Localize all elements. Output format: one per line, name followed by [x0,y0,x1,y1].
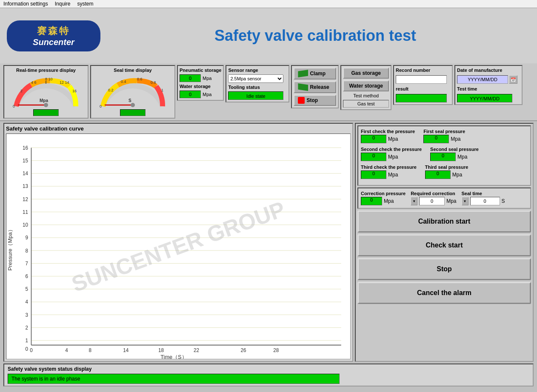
status-bar: Safety valve system status display The s… [3,364,534,386]
svg-text:1: 1 [26,338,28,343]
second-check-label: Second check the pressure [361,147,422,152]
svg-text:16: 16 [72,89,77,93]
stop-button-right[interactable]: Stop [357,258,531,280]
svg-text:12 14: 12 14 [60,80,69,85]
record-box: Record number result [393,65,453,105]
logo-area: 赛森特 Suncenter [7,20,100,51]
pressure-section: First check the pressure 0 Mpa First sea… [357,125,531,186]
svg-text:7: 7 [26,261,28,266]
seal-time-value-row: 0 [93,109,173,116]
first-check-value-row: 0 Mpa [361,135,398,143]
second-seal-unit: Mpa [457,154,467,160]
water-value-row: Mpa [180,91,221,98]
svg-text:0: 0 [26,346,29,351]
first-seal-unit: Mpa [451,136,460,142]
first-check-value: 0 [361,135,386,143]
water-storage-value[interactable] [180,91,201,98]
svg-text:0: 0 [100,104,102,108]
main-area: Safety valve calibration curve SUNCENTER… [0,121,537,364]
second-pressure-row: Second check the pressure 0 Mpa Second s… [361,147,528,161]
date-manufacture-calendar-btn[interactable]: 📅 [509,75,517,84]
correction-pressure-row: 0 Mpa [361,197,406,205]
third-check-value-row: 0 Mpa [361,170,398,179]
svg-text:18: 18 [158,347,164,353]
first-seal-label: First seal pressure [423,129,465,134]
pressure-gauge-svg: 0 2 4 6 8 10 12 14 16 Mpa [8,74,84,108]
svg-text:26: 26 [241,347,246,353]
svg-text:16: 16 [23,145,28,151]
release-button[interactable]: Release [294,81,336,93]
svg-text:22: 22 [194,347,199,353]
second-seal-value-row: 0 Mpa [430,153,467,161]
sensor-box: Sensor range 2.5Mpa sensor Tooling statu… [226,65,289,102]
pneumatic-value[interactable] [180,74,201,82]
status-value: The system is in an idle phase [8,374,340,384]
svg-text:13: 13 [23,183,28,189]
title-area: Safety valve calibration test [100,27,530,45]
calibration-start-button[interactable]: Calibration start [357,210,531,233]
svg-point-2 [44,103,48,107]
seal-time-gauge-svg: 0 0.2 0.4 0.6 0.8 1 S [94,74,171,108]
seal-time-unit: S [502,198,505,204]
logo-box: 赛森特 Suncenter [7,20,100,51]
required-correction-spinner-down[interactable]: ▼ [411,197,417,205]
third-seal-value: 0 [425,170,451,179]
stop-icon [298,97,305,104]
pneumatic-row: Pneumatic storage [180,68,221,73]
third-check-item: Third check the pressure 0 Mpa [361,165,417,179]
svg-text:2: 2 [20,89,23,93]
pneumatic-unit: Mpa [203,76,211,81]
second-check-value: 0 [361,153,386,161]
realtime-value-row: 0 [6,109,86,116]
svg-text:0.6: 0.6 [137,77,143,81]
seal-time-spinner-down[interactable]: ▼ [462,197,468,205]
water-row: Water storage [180,84,221,89]
cancel-alarm-button[interactable]: Cancel the alarm [357,282,531,304]
realtime-pressure-label: Real-time pressure display [6,68,86,73]
third-pressure-row: Third check the pressure 0 Mpa Third sea… [361,165,528,179]
pneumatic-value-row: Mpa [180,74,221,82]
stop-button-controls[interactable]: Stop [294,95,336,106]
correction-pressure-value: 0 [361,197,382,205]
water-storage-button[interactable]: Water storage [343,80,389,91]
pneumatic-label: Pneumatic storage [180,68,221,73]
third-seal-item: Third seal pressure 0 Mpa [425,165,468,179]
result-label: result [396,86,450,91]
second-seal-label: Second seal pressure [430,147,479,152]
clamp-label: Clamp [310,71,326,77]
svg-text:6: 6 [26,273,29,279]
chart-title: Safety valve calibration curve [6,125,351,132]
first-pressure-row: First check the pressure 0 Mpa First sea… [361,129,528,143]
realtime-pressure-value: 0 [33,109,59,116]
release-icon [298,83,308,91]
first-seal-item: First seal pressure 0 Mpa [423,129,465,143]
menu-system[interactable]: system [77,1,93,7]
check-start-button[interactable]: Check start [357,234,531,256]
clamp-button[interactable]: Clamp [294,68,336,80]
third-check-label: Third check the pressure [361,165,417,170]
chart-wrap: SUNCENTER GROUP [6,134,351,359]
page-title: Safety valve calibration test [100,27,530,45]
menu-inquire[interactable]: Inquire [55,1,71,7]
seal-time-corr-label: Seal time [462,191,505,196]
svg-text:5: 5 [26,286,29,292]
record-number-input[interactable] [396,75,447,84]
logo-chinese: 赛森特 [15,25,92,37]
svg-text:8: 8 [89,347,91,353]
seal-time-input[interactable] [470,197,500,205]
required-correction-row: ▼ Mpa [411,197,456,205]
chart-container: Safety valve calibration curve SUNCENTER… [3,123,353,362]
date-box: Date of manufacture 📅 Test time YYYY/MM/… [454,65,523,105]
menu-information[interactable]: Information settings [3,1,48,7]
svg-text:8 10: 8 10 [45,77,53,81]
gas-storage-button[interactable]: Gas storage [343,68,389,79]
sensor-range-select[interactable]: 2.5Mpa sensor [228,74,283,83]
seal-time-box: Seal time display 0 0.2 0.4 0.6 0.8 1 S … [90,65,175,119]
svg-text:0: 0 [30,347,33,353]
svg-text:15: 15 [23,158,28,163]
required-correction-input[interactable] [419,197,445,205]
second-check-item: Second check the pressure 0 Mpa [361,147,422,161]
svg-text:14: 14 [23,170,28,176]
date-manufacture-input[interactable] [457,75,508,84]
correction-pressure-unit: Mpa [384,198,394,204]
